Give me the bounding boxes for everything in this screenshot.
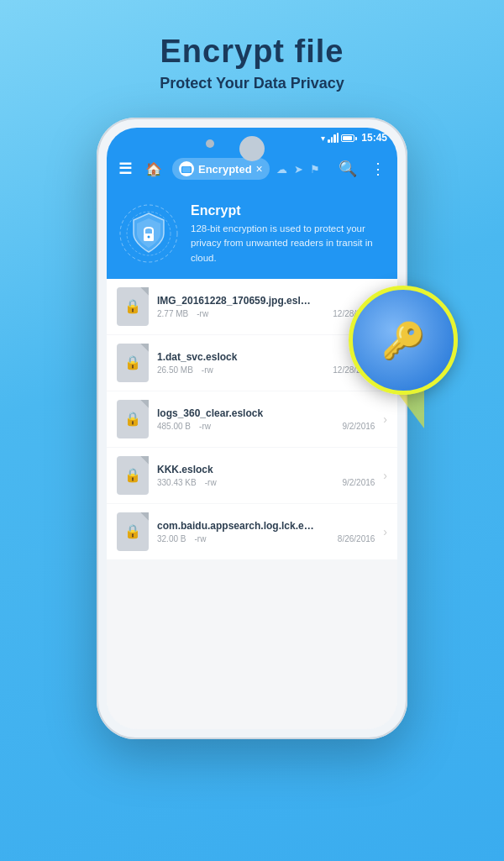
signal-bars xyxy=(328,133,339,143)
file-meta: 485.00 B -rw 9/2/2016 xyxy=(157,422,375,431)
lock-icon: 🔒 xyxy=(124,467,141,483)
file-info: com.baidu.appsearch.log.lck.eslock 32.00… xyxy=(157,520,375,543)
file-info: logs_360_clear.eslock 485.00 B -rw 9/2/2… xyxy=(157,407,375,431)
file-name: com.baidu.appsearch.log.lck.eslock xyxy=(157,520,317,532)
lock-overlay: 🔑 xyxy=(349,286,458,395)
file-list-item[interactable]: 🔒 KKK.eslock 330.43 KB -rw 9/2/2016 › xyxy=(107,448,397,503)
lock-icon: 🔒 xyxy=(124,298,141,314)
battery-fill xyxy=(343,136,352,140)
keyhole-icon: 🔑 xyxy=(381,320,425,361)
status-icons: ▾ xyxy=(321,133,354,143)
shield-graphic xyxy=(118,203,179,264)
app-subtitle: Protect Your Data Privacy xyxy=(160,75,344,92)
file-perm: -rw xyxy=(199,422,211,431)
home-button[interactable]: 🏠 xyxy=(142,158,165,181)
file-info: IMG_20161228_170659.jpg.eslock 2.77 MB -… xyxy=(157,295,375,318)
signal-bar-4 xyxy=(337,133,339,143)
file-size: 32.00 B xyxy=(157,534,186,543)
signal-bar-3 xyxy=(333,134,336,143)
file-perm: -rw xyxy=(197,309,208,318)
battery-icon xyxy=(341,134,354,142)
wifi-icon: ▾ xyxy=(321,134,325,143)
app-header: Encrypt file Protect Your Data Privacy xyxy=(160,34,344,92)
file-size: 26.50 MB xyxy=(157,365,193,375)
file-list-item[interactable]: 🔒 com.baidu.appsearch.log.lck.eslock 32.… xyxy=(107,504,397,559)
app-screen: ▾ 15:45 xyxy=(107,128,397,729)
file-more-button[interactable]: › xyxy=(383,525,387,538)
file-meta: 330.43 KB -rw 9/2/2016 xyxy=(157,478,375,487)
folder-icon xyxy=(179,161,194,176)
file-size: 2.77 MB xyxy=(157,309,188,318)
cloud-icon: ☁ xyxy=(276,163,287,176)
chip-close-button[interactable]: × xyxy=(256,162,263,176)
lock-icon: 🔒 xyxy=(124,354,141,370)
file-meta: 32.00 B -rw 8/26/2016 xyxy=(157,534,375,543)
svg-point-5 xyxy=(148,236,150,239)
file-more-button[interactable]: › xyxy=(383,469,387,482)
file-icon: 🔒 xyxy=(117,400,149,438)
send-icon: ➤ xyxy=(294,163,303,176)
search-button[interactable]: 🔍 xyxy=(335,156,360,181)
file-perm: -rw xyxy=(205,478,217,487)
lock-icon: 🔒 xyxy=(124,523,141,539)
file-icon: 🔒 xyxy=(117,287,149,326)
menu-button[interactable]: ☰ xyxy=(115,158,135,180)
file-name: 1.dat_svc.eslock xyxy=(157,351,317,363)
file-info: KKK.eslock 330.43 KB -rw 9/2/2016 xyxy=(157,464,375,487)
file-meta: 26.50 MB -rw 12/28/2016 xyxy=(157,365,375,375)
file-icon: 🔒 xyxy=(117,344,149,382)
file-date: 8/26/2016 xyxy=(338,534,375,543)
svg-rect-1 xyxy=(182,167,191,173)
file-date: 9/2/2016 xyxy=(342,478,375,487)
file-size: 485.00 B xyxy=(157,422,191,431)
banner-title: Encrypt xyxy=(191,203,386,218)
banner-description: 128-bit encryption is used to protect yo… xyxy=(191,222,386,265)
folder-chip-label: Encrypted xyxy=(198,163,252,176)
file-name: IMG_20161228_170659.jpg.eslock xyxy=(157,295,317,307)
bookmark-icon: ⚑ xyxy=(310,163,320,176)
file-icon: 🔒 xyxy=(117,512,149,551)
file-meta: 2.77 MB -rw 12/28/2016 xyxy=(157,309,375,318)
phone-sensor xyxy=(206,139,214,148)
app-title: Encrypt file xyxy=(160,34,344,70)
encrypt-banner: Encrypt 128-bit encryption is used to pr… xyxy=(107,190,397,279)
phone-frame: ▾ 15:45 xyxy=(97,118,407,739)
status-time: 15:45 xyxy=(361,132,387,144)
folder-svg xyxy=(181,165,192,173)
file-date: 9/2/2016 xyxy=(342,422,375,431)
file-perm: -rw xyxy=(194,534,206,543)
signal-bar-1 xyxy=(328,139,330,143)
file-size: 330.43 KB xyxy=(157,478,197,487)
file-icon: 🔒 xyxy=(117,456,149,495)
file-name: logs_360_clear.eslock xyxy=(157,407,317,419)
more-options-button[interactable]: ⋮ xyxy=(367,156,389,181)
folder-chip[interactable]: Encrypted × xyxy=(172,158,270,180)
signal-bar-2 xyxy=(331,137,333,143)
phone-mockup: ▾ 15:45 xyxy=(97,118,407,739)
phone-screen: ▾ 15:45 xyxy=(107,128,397,729)
file-perm: -rw xyxy=(202,365,213,375)
phone-speaker xyxy=(239,136,265,161)
lock-icon: 🔒 xyxy=(124,411,141,427)
file-info: 1.dat_svc.eslock 26.50 MB -rw 12/28/2016 xyxy=(157,351,375,375)
banner-text: Encrypt 128-bit encryption is used to pr… xyxy=(191,203,386,265)
file-name: KKK.eslock xyxy=(157,464,317,475)
file-list-item[interactable]: 🔒 logs_360_clear.eslock 485.00 B -rw 9/2… xyxy=(107,391,397,447)
